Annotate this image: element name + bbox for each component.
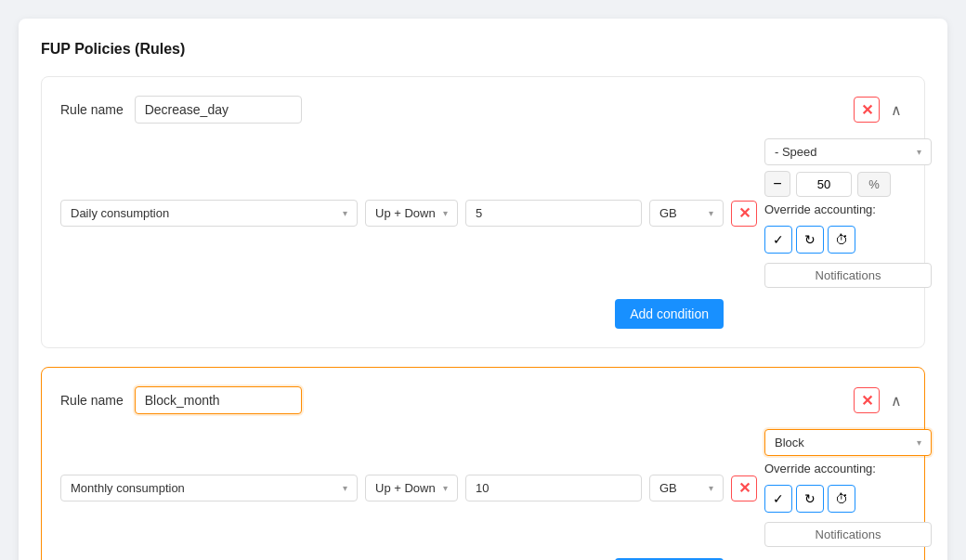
action-label-2: Block xyxy=(775,436,804,449)
consumption-type-chevron-2: ▾ xyxy=(343,483,347,493)
page-container: FUP Policies (Rules) Rule name ✕ ∧ Daily… xyxy=(19,19,947,560)
speed-row-1: − % xyxy=(764,171,932,197)
rule-name-input-1[interactable] xyxy=(135,96,302,124)
rule-header-right-2: ✕ ∧ xyxy=(854,387,906,413)
direction-select-1[interactable]: Up + Down ▾ xyxy=(365,200,458,227)
unit-chevron-2: ▾ xyxy=(709,483,713,493)
direction-chevron-1: ▾ xyxy=(443,208,448,218)
consumption-type-label-1: Daily consumption xyxy=(71,206,169,220)
consumption-type-label-2: Monthly consumption xyxy=(71,481,185,495)
rule-header-2: Rule name ✕ ∧ xyxy=(60,386,906,414)
condition-row-1: Daily consumption ▾ Up + Down ▾ GB ▾ ✕ -… xyxy=(60,138,906,288)
consumption-type-select-2[interactable]: Monthly consumption ▾ xyxy=(60,475,358,501)
direction-label-1: Up + Down xyxy=(375,206,436,220)
unit-label-1: GB xyxy=(659,206,677,220)
rule-name-label-1: Rule name xyxy=(60,102,124,117)
action-chevron-2: ▾ xyxy=(917,437,921,448)
notifications-button-1[interactable]: Notifications xyxy=(764,263,932,288)
direction-chevron-2: ▾ xyxy=(443,483,448,493)
rule-name-input-2[interactable] xyxy=(135,386,302,414)
unit-select-1[interactable]: GB ▾ xyxy=(649,200,724,227)
rule-card-2: Rule name ✕ ∧ Monthly consumption ▾ Up +… xyxy=(41,367,925,560)
page-title: FUP Policies (Rules) xyxy=(41,41,925,58)
direction-label-2: Up + Down xyxy=(375,481,436,495)
rule-card-1: Rule name ✕ ∧ Daily consumption ▾ Up + D… xyxy=(41,76,925,348)
remove-condition-2-icon: ✕ xyxy=(738,479,751,497)
consumption-type-chevron-1: ▾ xyxy=(343,208,347,218)
delete-rule-1-icon: ✕ xyxy=(861,101,873,119)
amount-input-1[interactable] xyxy=(465,200,642,227)
remove-condition-1-button[interactable]: ✕ xyxy=(731,201,757,227)
action-label-1: - Speed xyxy=(775,145,817,159)
delete-rule-2-button[interactable]: ✕ xyxy=(854,387,880,413)
rule-header-right-1: ✕ ∧ xyxy=(854,97,906,123)
override-clock-button-2[interactable]: ⏱ xyxy=(828,485,855,513)
notifications-button-2[interactable]: Notifications xyxy=(764,522,932,547)
override-check-button-2[interactable]: ✓ xyxy=(764,485,792,513)
collapse-rule-1-button[interactable]: ∧ xyxy=(887,99,906,121)
override-icons-1: ✓ ↻ ⏱ xyxy=(764,226,932,254)
direction-select-2[interactable]: Up + Down ▾ xyxy=(365,475,458,501)
override-refresh-button-1[interactable]: ↻ xyxy=(796,226,824,254)
right-section-1: - Speed ▾ − % Override accounting: ✓ ↻ ⏱… xyxy=(764,138,932,288)
unit-chevron-1: ▾ xyxy=(709,208,713,218)
override-clock-button-1[interactable]: ⏱ xyxy=(828,226,855,254)
action-chevron-1: ▾ xyxy=(917,147,921,157)
decrease-speed-button-1[interactable]: − xyxy=(764,171,790,197)
remove-condition-2-button[interactable]: ✕ xyxy=(731,475,757,501)
override-label-2: Override accounting: xyxy=(764,462,932,475)
consumption-type-select-1[interactable]: Daily consumption ▾ xyxy=(60,200,358,227)
rule-header-left-2: Rule name xyxy=(60,386,302,414)
delete-rule-1-button[interactable]: ✕ xyxy=(854,97,880,123)
unit-label-2: GB xyxy=(659,481,677,495)
percent-label-1: % xyxy=(857,172,891,197)
delete-rule-2-icon: ✕ xyxy=(861,392,873,410)
rule-header-left-1: Rule name xyxy=(60,96,302,124)
condition-row-2: Monthly consumption ▾ Up + Down ▾ GB ▾ ✕… xyxy=(60,429,906,547)
override-icons-2: ✓ ↻ ⏱ xyxy=(764,485,932,513)
override-label-1: Override accounting: xyxy=(764,202,932,216)
action-select-2[interactable]: Block ▾ xyxy=(764,429,932,456)
right-section-2: Block ▾ Override accounting: ✓ ↻ ⏱ Notif… xyxy=(764,429,932,547)
collapse-rule-2-button[interactable]: ∧ xyxy=(887,390,906,411)
add-condition-row-1: Add condition xyxy=(60,299,724,329)
speed-input-1[interactable] xyxy=(796,172,852,197)
override-refresh-button-2[interactable]: ↻ xyxy=(796,485,824,513)
unit-select-2[interactable]: GB ▾ xyxy=(649,475,724,501)
add-condition-button-1[interactable]: Add condition xyxy=(615,299,724,329)
action-select-1[interactable]: - Speed ▾ xyxy=(764,138,932,165)
rule-header-1: Rule name ✕ ∧ xyxy=(60,96,906,124)
remove-condition-1-icon: ✕ xyxy=(738,204,751,222)
override-check-button-1[interactable]: ✓ xyxy=(764,226,792,254)
amount-input-2[interactable] xyxy=(465,475,642,501)
rule-name-label-2: Rule name xyxy=(60,393,124,408)
